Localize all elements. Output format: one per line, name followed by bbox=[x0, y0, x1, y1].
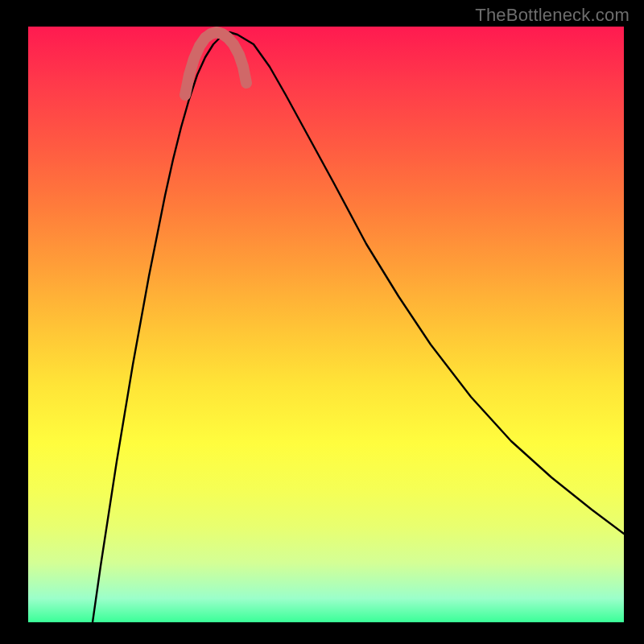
chart-frame: TheBottleneck.com bbox=[0, 0, 644, 644]
curve-svg bbox=[28, 27, 624, 622]
watermark-text: TheBottleneck.com bbox=[475, 5, 630, 26]
chart-plot-area bbox=[28, 27, 624, 622]
bottleneck-curve bbox=[93, 32, 624, 622]
